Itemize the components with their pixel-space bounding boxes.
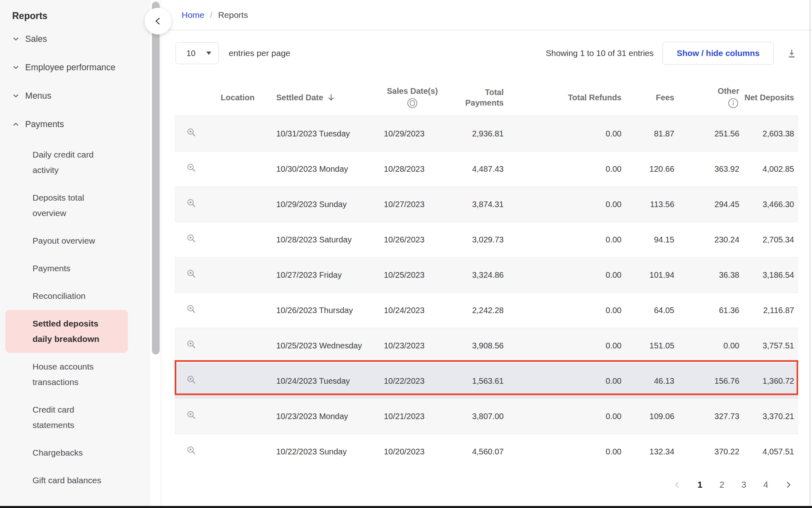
pagination-next-button[interactable] (784, 481, 793, 489)
sidebar: Reports Sales Employee performance Menus… (0, 0, 150, 508)
sidebar-collapse-button[interactable] (145, 8, 171, 35)
table-row: 10/29/2023 Sunday 10/27/2023 3,874.31 0.… (175, 187, 798, 222)
sidebar-scrollbar[interactable] (152, 2, 160, 355)
chevron-left-icon (154, 17, 162, 26)
sidebar-item-settled-deposits-daily-breakdown[interactable]: Settled deposits daily breakdown (5, 310, 128, 353)
sidebar-item-deposits-total-overview[interactable]: Deposits total overview (5, 184, 128, 227)
cell-settled-date: 10/30/2023 Monday (268, 151, 378, 187)
breadcrumb-home-link[interactable]: Home (182, 10, 204, 20)
cell-total-refunds: 0.00 (508, 116, 626, 151)
cell-location (207, 257, 268, 293)
info-icon[interactable] (727, 97, 739, 109)
sidebar-item-payments[interactable]: Payments (5, 255, 128, 282)
table-row: 10/24/2023 Tuesday 10/22/2023 1,563.61 0… (175, 363, 798, 399)
cell-location (207, 363, 268, 399)
sidebar-section-payments[interactable]: Payments (0, 110, 150, 138)
cell-fees: 109.06 (626, 399, 678, 434)
cell-other: 0.00 (678, 328, 743, 363)
cell-location (207, 222, 268, 257)
cell-location (207, 434, 268, 469)
sidebar-item-house-accounts-transactions[interactable]: House accounts transactions (5, 353, 128, 396)
cell-sales-date: 10/21/2023 (378, 399, 447, 434)
chevron-up-icon (12, 121, 19, 128)
chevron-down-icon (12, 64, 19, 71)
row-expand-button[interactable] (186, 445, 197, 456)
pagination-page-2[interactable]: 2 (719, 480, 725, 490)
cell-other: 36.38 (678, 257, 743, 293)
cell-net-deposits: 3,370.21 (743, 399, 798, 434)
sidebar-section-menus[interactable]: Menus (0, 82, 150, 110)
pagination-page-3[interactable]: 3 (741, 480, 747, 490)
cell-sales-date: 10/20/2023 (378, 434, 447, 469)
cell-total-refunds: 0.00 (508, 328, 626, 363)
cell-total-payments: 2,936.81 (447, 116, 508, 151)
column-header-total-payments[interactable]: Total Payments (447, 79, 508, 116)
download-button[interactable] (785, 47, 798, 60)
cell-settled-date: 10/31/2023 Tuesday (268, 116, 378, 151)
row-expand-button[interactable] (186, 233, 197, 244)
cell-fees: 46.13 (626, 363, 678, 399)
receipt-circle-icon[interactable] (406, 97, 418, 109)
cell-sales-date: 10/28/2023 (378, 151, 447, 187)
show-hide-columns-button[interactable]: Show / hide columns (663, 42, 774, 65)
sidebar-section-employee-performance[interactable]: Employee performance (0, 53, 150, 82)
main-content: Home / Reports 10 entries per page Showi… (161, 0, 812, 508)
cell-other: 61.36 (678, 293, 743, 328)
cell-net-deposits: 4,057.51 (743, 434, 798, 469)
row-expand-button[interactable] (186, 374, 197, 385)
sidebar-item-daily-credit-card-activity[interactable]: Daily credit card activity (5, 141, 128, 184)
cell-settled-date: 10/28/2023 Saturday (268, 222, 378, 257)
pagination-page-1[interactable]: 1 (697, 480, 703, 490)
cell-fees: 94.15 (626, 222, 678, 257)
row-expand-button[interactable] (186, 198, 197, 209)
pagination-prev-button[interactable] (673, 481, 681, 489)
zoom-in-icon (186, 268, 197, 279)
cell-total-refunds: 0.00 (508, 363, 626, 399)
table-row: 10/26/2023 Thursday 10/24/2023 2,242.28 … (175, 293, 798, 328)
pagination-page-4[interactable]: 4 (762, 480, 769, 490)
sidebar-item-chargebacks[interactable]: Chargebacks (5, 439, 128, 467)
cell-location (207, 187, 268, 222)
cell-net-deposits: 3,466.30 (743, 187, 798, 222)
chevron-down-icon (12, 92, 19, 99)
breadcrumb-separator: / (210, 10, 212, 20)
cell-fees: 151.05 (626, 328, 678, 363)
sidebar-item-credit-card-statements[interactable]: Credit card statements (5, 396, 128, 439)
sidebar-section-label: Sales (25, 34, 47, 44)
sidebar-item-gift-card-balances[interactable]: Gift card balances (5, 467, 128, 494)
zoom-in-icon (186, 374, 197, 385)
column-header-location[interactable]: Location (207, 79, 268, 116)
column-header-total-refunds[interactable]: Total Refunds (508, 79, 626, 116)
settled-deposits-table: Location Settled Date Sales Date(s) (175, 79, 798, 469)
table-row: 10/31/2023 Tuesday 10/29/2023 2,936.81 0… (175, 116, 798, 151)
cell-total-payments: 3,908.56 (447, 328, 508, 363)
sidebar-item-reconciliation[interactable]: Reconciliation (5, 282, 128, 310)
column-header-net-deposits[interactable]: Net Deposits (743, 79, 798, 116)
cell-sales-date: 10/22/2023 (378, 363, 447, 399)
row-expand-button[interactable] (186, 162, 197, 173)
cell-other: 363.92 (678, 151, 743, 187)
table-row: 10/28/2023 Saturday 10/26/2023 3,029.73 … (175, 222, 798, 257)
cell-location (207, 116, 268, 151)
row-expand-button[interactable] (186, 268, 197, 279)
column-header-sales-dates[interactable]: Sales Date(s) (378, 79, 447, 116)
zoom-in-icon (186, 127, 197, 138)
page-size-select[interactable]: 10 (175, 42, 219, 64)
sidebar-payments-subnav: Daily credit card activityDeposits total… (0, 141, 150, 494)
cell-other: 230.24 (678, 222, 743, 257)
cell-total-payments: 4,560.07 (447, 434, 508, 469)
sidebar-title: Reports (12, 11, 150, 22)
column-header-settled-date[interactable]: Settled Date (268, 79, 378, 116)
row-expand-button[interactable] (186, 410, 197, 421)
row-expand-button[interactable] (186, 127, 197, 138)
row-expand-button[interactable] (186, 339, 197, 350)
cell-other: 327.73 (678, 399, 743, 434)
cell-total-refunds: 0.00 (508, 222, 626, 257)
column-header-fees[interactable]: Fees (626, 79, 678, 116)
row-expand-button[interactable] (186, 304, 197, 315)
sidebar-item-payout-overview[interactable]: Payout overview (5, 227, 128, 255)
chevron-right-icon (784, 481, 793, 489)
sidebar-section-sales[interactable]: Sales (0, 25, 150, 53)
page-size-value: 10 (186, 49, 195, 58)
column-header-other[interactable]: Other (678, 79, 743, 116)
